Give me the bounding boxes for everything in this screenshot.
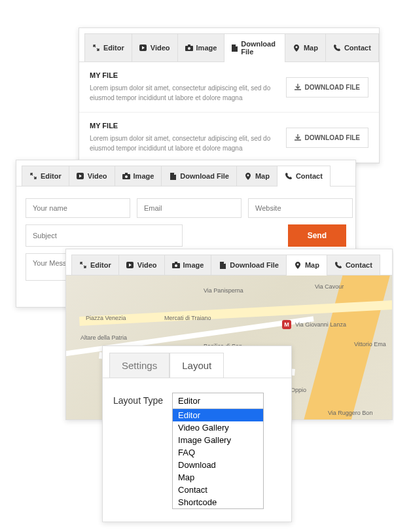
- tab-video[interactable]: Video: [132, 33, 178, 62]
- tab-video[interactable]: Video: [69, 166, 115, 186]
- tab-editor[interactable]: Editor: [71, 255, 119, 275]
- tabbar: Editor Video Image Download File Map Con…: [66, 249, 392, 275]
- select-option[interactable]: Download: [173, 459, 263, 471]
- download-icon: [295, 134, 301, 141]
- select-current-value: Editor: [173, 393, 263, 409]
- select-option[interactable]: Editor: [173, 409, 263, 421]
- tab-image[interactable]: Image: [165, 255, 212, 275]
- phone-icon: [334, 261, 342, 269]
- tab-label: Editor: [41, 172, 62, 180]
- map-label-vittorio: Vittorio Ema: [354, 341, 386, 347]
- play-icon: [126, 261, 134, 269]
- tab-download[interactable]: Download File: [211, 255, 287, 275]
- name-field[interactable]: [26, 198, 130, 218]
- expand-icon: [29, 172, 37, 180]
- svg-point-2: [188, 47, 190, 50]
- send-button[interactable]: Send: [288, 224, 346, 247]
- tab-video[interactable]: Video: [119, 255, 165, 275]
- tab-editor[interactable]: Editor: [22, 166, 69, 186]
- tab-label: Editor: [103, 44, 124, 52]
- tab-editor[interactable]: Editor: [84, 33, 132, 62]
- file-list: MY FILE Lorem ipsum dolor sit amet, cons…: [79, 62, 379, 163]
- download-label: DOWNLOAD FILE: [305, 84, 360, 91]
- select-option[interactable]: Shortcode: [173, 496, 263, 508]
- tab-label: Editor: [90, 261, 111, 269]
- website-field[interactable]: [248, 198, 353, 218]
- file-icon: [219, 261, 226, 269]
- tab-label: Video: [137, 261, 157, 269]
- phone-icon: [333, 44, 341, 52]
- map-label-traiano: Mercati di Traiano: [164, 315, 211, 321]
- tab-settings[interactable]: Settings: [109, 353, 170, 378]
- expand-icon: [92, 44, 100, 52]
- expand-icon: [79, 261, 87, 269]
- download-button[interactable]: DOWNLOAD FILE: [286, 77, 368, 98]
- download-button[interactable]: DOWNLOAD FILE: [286, 128, 368, 148]
- tab-label: Contact: [344, 44, 371, 52]
- svg-rect-13: [175, 262, 177, 264]
- tab-map[interactable]: Map: [287, 255, 327, 275]
- map-label-piazza: Piazza Venezia: [86, 315, 126, 321]
- file-row: MY FILE Lorem ipsum dolor sit amet, cons…: [79, 113, 379, 163]
- select-option[interactable]: Image Gallery: [173, 434, 263, 446]
- file-icon: [169, 172, 177, 180]
- play-icon: [139, 44, 147, 52]
- svg-point-7: [125, 175, 128, 178]
- camera-icon: [172, 261, 180, 269]
- metro-icon: M: [282, 320, 291, 329]
- tab-label: Contact: [346, 261, 372, 269]
- layout-settings-panel: Settings Layout Layout Type Editor Edito…: [102, 346, 292, 522]
- svg-point-9: [247, 174, 249, 176]
- play-icon: [77, 172, 84, 180]
- file-title: MY FILE: [90, 122, 278, 130]
- select-option[interactable]: Video Gallery: [173, 421, 263, 434]
- tab-label: Map: [255, 172, 270, 180]
- email-field[interactable]: [137, 198, 242, 218]
- settings-tabbar: Settings Layout: [103, 346, 291, 378]
- tabbar: Editor Video Image Download File Map Con…: [16, 160, 355, 186]
- layout-type-label: Layout Type: [113, 393, 163, 406]
- camera-icon: [122, 172, 130, 180]
- file-row: MY FILE Lorem ipsum dolor sit amet, cons…: [79, 62, 379, 113]
- layout-type-select[interactable]: Editor Editor Video Gallery Image Galler…: [172, 393, 264, 509]
- svg-point-12: [175, 264, 177, 267]
- download-icon: [295, 84, 301, 90]
- svg-point-14: [296, 263, 298, 265]
- tab-image[interactable]: Image: [178, 33, 225, 62]
- tab-map[interactable]: Map: [237, 166, 278, 186]
- phone-icon: [285, 172, 293, 180]
- tab-label: Download File: [241, 40, 278, 56]
- tab-label: Download File: [230, 261, 279, 269]
- camera-icon: [185, 44, 193, 52]
- file-desc: Lorem ipsum dolor sit amet, consectetur …: [90, 83, 278, 103]
- tab-label: Download File: [180, 172, 229, 180]
- tab-contact[interactable]: Contact: [326, 33, 379, 62]
- select-option[interactable]: Map: [173, 471, 263, 484]
- tab-image[interactable]: Image: [115, 166, 162, 186]
- select-option[interactable]: FAQ: [173, 446, 263, 459]
- file-text: MY FILE Lorem ipsum dolor sit amet, cons…: [90, 71, 286, 103]
- file-desc: Lorem ipsum dolor sit amet, consectetur …: [90, 133, 278, 153]
- tab-contact[interactable]: Contact: [327, 255, 380, 275]
- download-label: DOWNLOAD FILE: [305, 134, 360, 141]
- file-icon: [232, 44, 238, 52]
- svg-rect-8: [125, 173, 128, 175]
- svg-point-4: [295, 46, 297, 48]
- tab-contact[interactable]: Contact: [278, 166, 331, 186]
- map-label-cavour: Via Cavour: [315, 283, 344, 290]
- svg-rect-3: [188, 44, 190, 46]
- tab-download[interactable]: Download File: [224, 33, 285, 62]
- tabbar: Editor Video Image Download File Map Con…: [79, 28, 379, 62]
- pin-icon: [293, 44, 300, 52]
- select-option[interactable]: Contact: [173, 484, 263, 496]
- subject-field[interactable]: [26, 224, 183, 247]
- map-label-ruggero: Via Ruggero Bon: [328, 410, 372, 416]
- tab-download[interactable]: Download File: [162, 166, 237, 186]
- file-title: MY FILE: [90, 71, 278, 79]
- tab-map[interactable]: Map: [285, 33, 326, 62]
- tab-label: Map: [305, 261, 319, 269]
- pin-icon: [244, 172, 252, 180]
- tab-layout[interactable]: Layout: [170, 353, 224, 378]
- layout-body: Layout Type Editor Editor Video Gallery …: [103, 378, 291, 523]
- pin-icon: [294, 261, 302, 269]
